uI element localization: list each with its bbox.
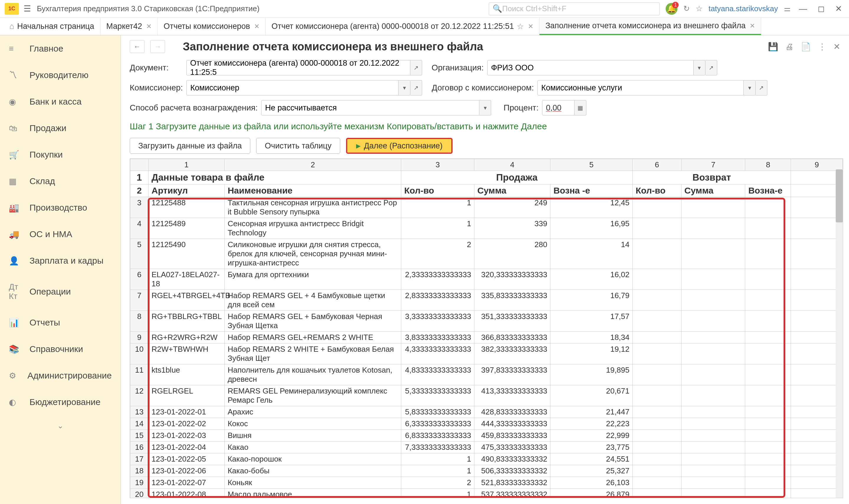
cell-fee[interactable]: 26,879 [550, 489, 633, 499]
cell-ret-fee[interactable] [745, 489, 791, 499]
org-input[interactable]: ФРИЗ ООО [487, 60, 694, 75]
empty-cell[interactable] [791, 269, 843, 290]
star-icon[interactable]: ☆ [696, 4, 703, 13]
cell-ret-qty[interactable] [633, 385, 681, 406]
cell-sum[interactable]: 428,833333333333 [474, 406, 550, 418]
calc-input[interactable]: Не рассчитывается [261, 100, 479, 115]
cell-name[interactable]: Какао-порошок [225, 453, 401, 465]
cell-sum[interactable]: 506,333333333332 [474, 465, 550, 477]
cell-art[interactable]: 123-01-2022-02 [148, 418, 224, 430]
cell-qty[interactable]: 7,33333333333333 [401, 442, 474, 453]
table-row[interactable]: 12RGELRGELREMARS GEL Реминерализующий ко… [130, 385, 843, 406]
cell-ret-fee[interactable] [745, 465, 791, 477]
cell-qty[interactable]: 6,33333333333333 [401, 418, 474, 430]
tab-4[interactable]: Заполнение отчета комиссионера из внешне… [539, 18, 761, 35]
table-row[interactable]: 11kts1blueНаполнитель для кошачьих туале… [130, 364, 843, 385]
cell-qty[interactable]: 2 [401, 477, 474, 489]
cell-ret-qty[interactable] [633, 269, 681, 290]
cell-name[interactable]: Тактильная сенсорная игрушка антистресс … [225, 197, 401, 218]
cell-name[interactable]: Вишня [225, 430, 401, 442]
tab-close-icon[interactable]: ✕ [254, 23, 259, 30]
cell-ret-qty[interactable] [633, 364, 681, 385]
cell-art[interactable]: RG+TBBLRG+TBBL [148, 311, 224, 332]
table-row[interactable]: 6ELA027-18ELA027-18Бумага для оргтехники… [130, 269, 843, 290]
cell-name[interactable]: Бумага для оргтехники [225, 269, 401, 290]
cell-ret-fee[interactable] [745, 239, 791, 269]
cell-ret-sum[interactable] [681, 218, 745, 239]
notification-icon[interactable]: 🔔1 [666, 3, 677, 15]
cell-fee[interactable]: 16,02 [550, 269, 633, 290]
cell-fee[interactable]: 24,551 [550, 453, 633, 465]
col-header[interactable]: 9 [791, 159, 843, 171]
empty-cell[interactable] [791, 239, 843, 269]
cell-ret-qty[interactable] [633, 290, 681, 311]
empty-cell[interactable] [791, 489, 843, 499]
cell-name[interactable]: Набор REMARS GEL + 4 Бамбуковые щетки дл… [225, 290, 401, 311]
cell-name[interactable]: Сенсорная игрушка антистресс Bridgit Tec… [225, 218, 401, 239]
table-row[interactable]: 15123-01-2022-03Вишня6,83333333333333459… [130, 430, 843, 442]
cell-ret-sum[interactable] [681, 418, 745, 430]
cell-sum[interactable]: 521,833333333332 [474, 477, 550, 489]
cell-ret-sum[interactable] [681, 442, 745, 453]
maximize-button[interactable]: ◻ [815, 4, 827, 14]
cell-ret-qty[interactable] [633, 477, 681, 489]
cell-ret-fee[interactable] [745, 453, 791, 465]
cell-fee[interactable]: 19,12 [550, 343, 633, 364]
cell-ret-fee[interactable] [745, 442, 791, 453]
cell-ret-fee[interactable] [745, 311, 791, 332]
close-panel-icon[interactable]: ✕ [833, 42, 840, 52]
next-button[interactable]: ▶ Далее (Распознание) [346, 138, 453, 154]
cell-fee[interactable]: 19,895 [550, 364, 633, 385]
cell-name[interactable]: Масло пальмовое [225, 489, 401, 499]
cell-ret-qty[interactable] [633, 406, 681, 418]
empty-cell[interactable] [791, 465, 843, 477]
cell-fee[interactable]: 21,447 [550, 406, 633, 418]
cell-ret-sum[interactable] [681, 311, 745, 332]
cell-art[interactable]: RGEL+4TBRGEL+4TB [148, 290, 224, 311]
table-row[interactable]: 7RGEL+4TBRGEL+4TBНабор REMARS GEL + 4 Ба… [130, 290, 843, 311]
cell-name[interactable]: Какао-бобы [225, 465, 401, 477]
load-file-button[interactable]: Загрузить данные из файла [130, 138, 250, 154]
scrollbar-vertical[interactable] [836, 169, 843, 498]
doc-input[interactable]: Отчет комиссионера (агента) 0000-000018 … [186, 60, 410, 75]
col-header[interactable]: 8 [745, 159, 791, 171]
cell-ret-qty[interactable] [633, 430, 681, 442]
cell-qty[interactable]: 3,83333333333333 [401, 332, 474, 343]
cell-ret-fee[interactable] [745, 406, 791, 418]
cell-art[interactable]: 123-01-2022-05 [148, 453, 224, 465]
dog-open-button[interactable]: ↗ [756, 80, 767, 95]
cell-name[interactable]: Коньяк [225, 477, 401, 489]
print-icon[interactable]: 🖨 [785, 42, 794, 52]
cell-ret-fee[interactable] [745, 290, 791, 311]
cell-art[interactable]: R2W+TBWHWH [148, 343, 224, 364]
sidebar-item-3[interactable]: 🛍Продажи [0, 115, 121, 141]
cell-fee[interactable]: 23,775 [550, 442, 633, 453]
cell-ret-sum[interactable] [681, 430, 745, 442]
history-icon[interactable]: ↻ [683, 4, 690, 13]
sidebar-item-10[interactable]: 📊Отчеты [0, 309, 121, 336]
cell-ret-sum[interactable] [681, 465, 745, 477]
cell-ret-qty[interactable] [633, 197, 681, 218]
table-row[interactable]: 18123-01-2022-06Какао-бобы1506,333333333… [130, 465, 843, 477]
cell-sum[interactable]: 490,833333333332 [474, 453, 550, 465]
pct-input[interactable]: 0,00 [542, 100, 574, 115]
cell-ret-sum[interactable] [681, 489, 745, 499]
sidebar-item-5[interactable]: ▦Склад [0, 168, 121, 194]
cell-ret-fee[interactable] [745, 197, 791, 218]
cell-qty[interactable]: 1 [401, 453, 474, 465]
table-row[interactable]: 13123-01-2022-01Арахис5,8333333333333342… [130, 406, 843, 418]
cell-name[interactable]: Набор REMARS GEL + Бамбуковая Черная Зуб… [225, 311, 401, 332]
table-row[interactable]: 8RG+TBBLRG+TBBLНабор REMARS GEL + Бамбук… [130, 311, 843, 332]
sidebar-item-2[interactable]: ◉Банк и касса [0, 88, 121, 115]
cell-qty[interactable]: 4,33333333333333 [401, 343, 474, 364]
doc-open-button[interactable]: ↗ [410, 60, 422, 75]
cell-qty[interactable]: 2,83333333333333 [401, 290, 474, 311]
cell-ret-sum[interactable] [681, 269, 745, 290]
cell-qty[interactable]: 5,83333333333333 [401, 406, 474, 418]
table-row[interactable]: 17123-01-2022-05Какао-порошок1490,833333… [130, 453, 843, 465]
org-dropdown-button[interactable]: ▾ [694, 60, 706, 75]
col-header[interactable]: 1 [148, 159, 224, 171]
cell-fee[interactable]: 14 [550, 239, 633, 269]
cell-art[interactable]: kts1blue [148, 364, 224, 385]
sidebar-item-11[interactable]: 📚Справочники [0, 336, 121, 362]
